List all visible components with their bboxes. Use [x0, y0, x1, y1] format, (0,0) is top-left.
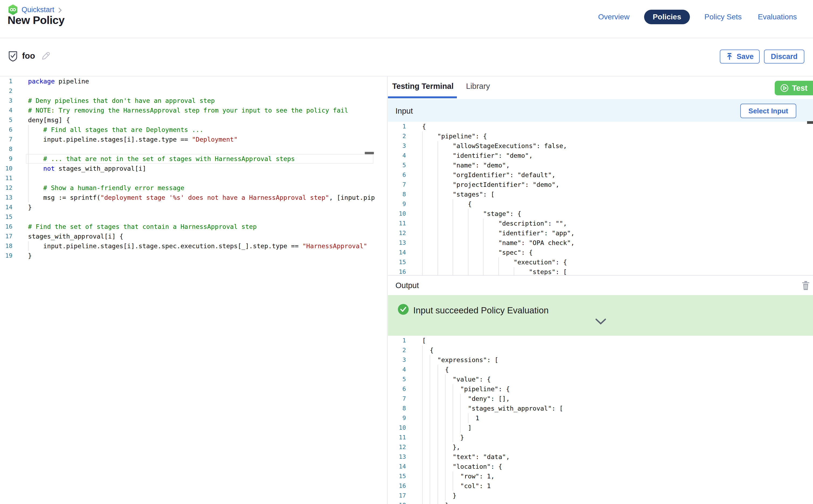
code-line: 7 "deny": [],: [388, 394, 813, 404]
trash-icon[interactable]: [801, 281, 810, 292]
line-number: 18: [0, 241, 28, 251]
code-line: 12 },: [388, 442, 813, 452]
code-line: 3 "expressions": [: [388, 355, 813, 365]
nav-evaluations[interactable]: Evaluations: [756, 10, 798, 24]
line-number: 18: [388, 501, 422, 504]
code-line: 14 "spec": {: [388, 248, 813, 257]
policy-name: foo: [22, 51, 35, 61]
test-label: Test: [792, 84, 807, 93]
code-line: 13 msg := sprintf("deployment stage '%s'…: [0, 193, 374, 202]
line-number: 15: [388, 257, 422, 267]
panel-divider: [387, 76, 387, 504]
code-line: 10 "stage": {: [388, 209, 813, 219]
input-json-editor[interactable]: 1{2 "pipeline": {3 "allowStageExecutions…: [388, 122, 813, 275]
chevron-down-icon[interactable]: [595, 318, 606, 326]
line-number: 13: [388, 452, 422, 462]
breadcrumb: Quickstart: [8, 4, 62, 15]
line-number: 17: [0, 232, 28, 241]
output-section-header: Output: [388, 275, 813, 295]
line-number: 16: [0, 222, 28, 232]
output-label: Output: [388, 281, 419, 290]
nav-overview[interactable]: Overview: [597, 10, 631, 24]
line-number: 12: [388, 228, 422, 238]
tab-library[interactable]: Library: [466, 82, 490, 91]
code-line: 12 # Show a human-friendly error message: [0, 183, 374, 193]
line-number: 5: [388, 160, 422, 170]
line-number: 8: [388, 404, 422, 413]
code-line: 3 "allowStageExecutions": false,: [388, 141, 813, 151]
top-nav: Overview Policies Policy Sets Evaluation…: [597, 10, 798, 24]
code-line: 13 "name": "OPA check",: [388, 238, 813, 248]
code-line: 8 "stages_with_approval": [: [388, 404, 813, 413]
input-section-header: Input </> Select Input: [388, 99, 813, 123]
line-number: 14: [388, 462, 422, 471]
nav-policies[interactable]: Policies: [644, 10, 690, 24]
evaluation-result-banner: Input succeeded Policy Evaluation: [388, 295, 813, 337]
code-line: 2 {: [388, 345, 813, 355]
code-line: 19}: [0, 251, 374, 261]
shield-check-icon: [8, 51, 18, 63]
code-line: 15 "execution": {: [388, 257, 813, 267]
line-number: 13: [388, 238, 422, 248]
code-line: 18 }: [388, 501, 813, 504]
line-number: 7: [388, 180, 422, 190]
policy-code-editor[interactable]: 1package pipeline23# Deny pipelines that…: [0, 76, 374, 504]
line-number: 19: [0, 251, 28, 261]
code-line: 1[: [388, 336, 813, 345]
code-line: 8 "stages": [: [388, 190, 813, 199]
line-number: 9: [388, 413, 422, 423]
line-number: 14: [388, 248, 422, 257]
code-line: 6 "pipeline": {: [388, 384, 813, 394]
input-overview-ruler-mark: [807, 121, 813, 124]
line-number: 11: [388, 219, 422, 228]
check-circle-icon: [397, 304, 409, 316]
test-button[interactable]: Test: [775, 81, 813, 95]
line-number: 2: [0, 86, 28, 96]
code-line: 2 "pipeline": {: [388, 131, 813, 141]
code-line: 9 1: [388, 413, 813, 423]
code-line: 7 input.pipeline.stages[i].stage.type ==…: [0, 135, 374, 144]
line-number: 2: [388, 345, 422, 355]
code-line: 5 "value": {: [388, 375, 813, 384]
output-json-editor[interactable]: 1[2 {3 "expressions": [4 {5 "value": {6 …: [388, 336, 813, 504]
code-line: 6 # Find all stages that are Deployments…: [0, 125, 374, 135]
line-number: 4: [0, 106, 28, 115]
select-input-button[interactable]: Select Input: [740, 104, 796, 118]
line-number: 16: [388, 481, 422, 491]
code-line: 10 not stages_with_approval[i]: [0, 164, 374, 173]
upload-icon: [726, 53, 733, 61]
code-line: 16 "col": 1: [388, 481, 813, 491]
code-line: 17 }: [388, 491, 813, 501]
nav-policy-sets[interactable]: Policy Sets: [703, 10, 744, 24]
code-line: 5 "name": "demo",: [388, 160, 813, 170]
line-number: 12: [388, 442, 422, 452]
tab-testing-terminal[interactable]: Testing Terminal: [392, 82, 454, 91]
breadcrumb-link-quickstart[interactable]: Quickstart: [22, 6, 54, 14]
input-label: Input: [388, 107, 413, 115]
code-line: 4 "identifier": "demo",: [388, 151, 813, 160]
save-button[interactable]: Save: [720, 50, 760, 64]
code-line: 15: [0, 212, 374, 222]
discard-button[interactable]: Discard: [764, 50, 804, 64]
play-icon: [780, 84, 789, 92]
line-number: 11: [0, 173, 28, 183]
line-number: 17: [388, 491, 422, 501]
code-line: 16 "steps": [: [388, 267, 813, 275]
line-number: 8: [0, 144, 28, 154]
active-tab-underline: [388, 96, 457, 98]
code-line: 4# NOTE: Try removing the HarnessApprova…: [0, 106, 374, 115]
line-number: 1: [388, 122, 422, 131]
code-line: 3# Deny pipelines that don't have an app…: [0, 96, 374, 106]
line-number: 6: [388, 170, 422, 180]
edit-pencil-icon[interactable]: [40, 51, 51, 61]
breadcrumb-chevron-icon: [58, 7, 62, 13]
code-line: 1{: [388, 122, 813, 131]
line-number: 15: [0, 212, 28, 222]
code-line: 10 ]: [388, 423, 813, 433]
line-number: 6: [388, 384, 422, 394]
page-title: New Policy: [8, 14, 64, 27]
line-number: 7: [0, 135, 28, 144]
line-number: 9: [388, 199, 422, 209]
line-number: 15: [388, 471, 422, 481]
code-line: 11 "description": "",: [388, 219, 813, 228]
